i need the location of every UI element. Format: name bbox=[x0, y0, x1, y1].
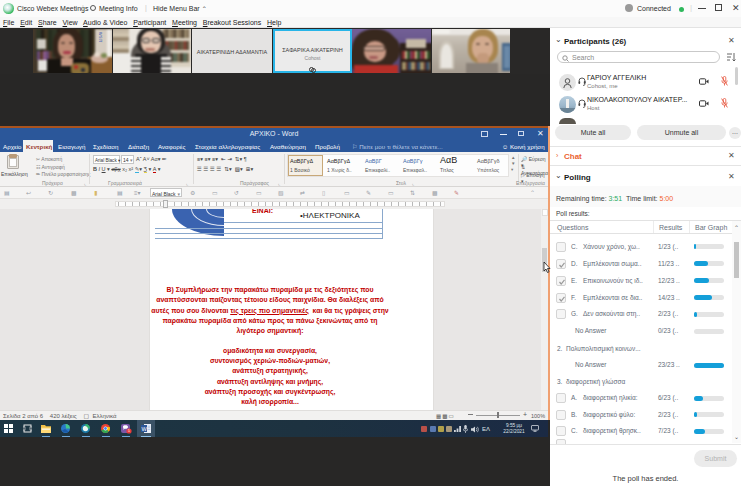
svg-text:5: 5 bbox=[128, 429, 130, 433]
svg-text:W: W bbox=[141, 426, 147, 432]
